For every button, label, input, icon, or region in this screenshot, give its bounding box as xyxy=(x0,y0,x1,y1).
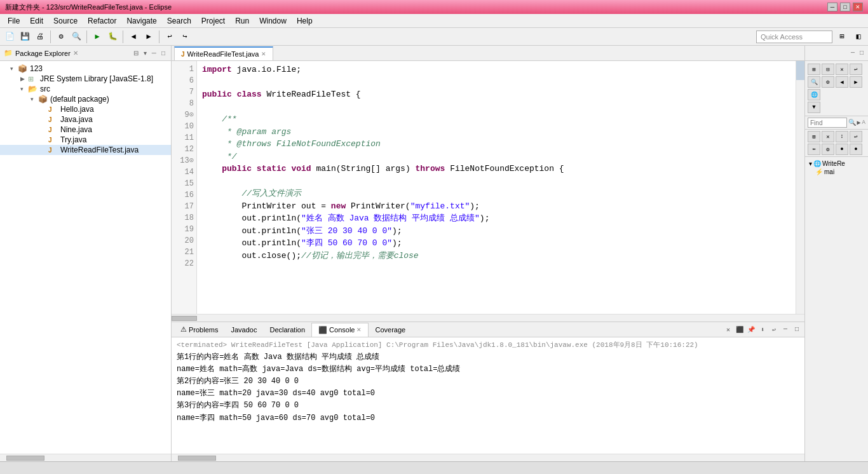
menu-navigate[interactable]: Navigate xyxy=(121,15,161,27)
right-btn-9[interactable]: 🌐 xyxy=(808,89,820,100)
right-btn-17[interactable]: ● xyxy=(836,144,848,155)
tab-problems[interactable]: ⚠ Problems xyxy=(174,323,224,337)
menu-source[interactable]: Source xyxy=(48,15,83,27)
right-btn-5[interactable]: 🔍 xyxy=(808,76,820,88)
close-button[interactable]: ✕ xyxy=(853,3,863,11)
tab-javadoc-label: Javadoc xyxy=(231,326,257,334)
run-button[interactable]: ▶ xyxy=(90,30,104,44)
right-panel-min-btn[interactable]: ─ xyxy=(849,49,857,57)
console-terminate-btn[interactable]: ⬛ xyxy=(735,325,745,335)
tree-item-jre[interactable]: ▶ ⊞ JRE System Library [JavaSE-1.8] xyxy=(0,74,171,84)
menu-help[interactable]: Help xyxy=(292,15,318,27)
right-btn-4[interactable]: ↩ xyxy=(850,64,862,75)
menu-refactor[interactable]: Refactor xyxy=(83,15,121,27)
right-panel-max-btn[interactable]: □ xyxy=(858,49,865,57)
right-btn-1[interactable]: ⊞ xyxy=(808,64,820,75)
right-btn-12[interactable]: ✕ xyxy=(822,131,834,142)
editor-hscroll-thumb[interactable] xyxy=(172,316,197,321)
console-hscroll[interactable] xyxy=(172,454,804,461)
console-scroll-btn[interactable]: ⬇ xyxy=(757,325,768,335)
vscroll-thumb[interactable] xyxy=(796,61,804,80)
console-pin-btn[interactable]: 📌 xyxy=(746,325,756,335)
right-btn-18[interactable]: ● xyxy=(850,144,862,155)
menu-edit[interactable]: Edit xyxy=(25,15,48,27)
right-btn-13[interactable]: ↕ xyxy=(836,131,848,142)
right-btn-7[interactable]: ◀ xyxy=(836,76,848,88)
toolbar-sep1 xyxy=(50,30,51,43)
save-button[interactable]: 💾 xyxy=(18,30,32,44)
line-num: 18 xyxy=(174,212,194,224)
tab-console-close-icon[interactable]: ✕ xyxy=(356,327,362,333)
perspective-button[interactable]: ⊞ xyxy=(835,30,849,44)
tree-item-default-pkg[interactable]: ▾ 📦 (default package) xyxy=(0,94,171,104)
editor-tab-writeread[interactable]: J WriteReadFileTest.java ✕ xyxy=(174,46,273,60)
tab-close-icon[interactable]: ✕ xyxy=(261,51,266,57)
tree-item-root[interactable]: ▾ 📦 123 xyxy=(0,64,171,74)
right-btn-10[interactable]: ▼ xyxy=(808,102,820,113)
code-editor[interactable]: import java.io.File; public class WriteR… xyxy=(197,61,796,314)
tree-item-java[interactable]: J Java.java xyxy=(0,114,171,125)
find-input[interactable] xyxy=(808,118,847,128)
console-clear-btn[interactable]: ✕ xyxy=(723,325,733,335)
tree-item-writeread[interactable]: J WriteReadFileTest.java xyxy=(0,145,171,155)
print-button[interactable]: 🖨 xyxy=(33,30,47,44)
console-min-btn[interactable]: ─ xyxy=(780,325,790,335)
right-btn-row-2: 🔍 ⚙ ◀ ▶ xyxy=(808,76,865,88)
forward-button[interactable]: ▶ xyxy=(142,30,156,44)
view-menu-btn[interactable]: ▾ xyxy=(142,49,149,57)
tree-item-nine[interactable]: J Nine.java xyxy=(0,125,171,135)
tree-item-hello[interactable]: J Hello.java xyxy=(0,104,171,114)
line-num: 10 xyxy=(174,121,194,132)
menu-run[interactable]: Run xyxy=(230,15,254,27)
tab-title: WriteReadFileTest.java xyxy=(187,50,259,58)
menu-file[interactable]: File xyxy=(3,15,25,27)
new-button[interactable]: 📄 xyxy=(3,30,17,44)
menu-window[interactable]: Window xyxy=(254,15,292,27)
tree-item-src[interactable]: ▾ 📂 src xyxy=(0,84,171,94)
hscroll-thumb[interactable] xyxy=(6,456,44,461)
right-btn-14[interactable]: ↩ xyxy=(850,131,862,142)
view-button[interactable]: ◧ xyxy=(851,30,865,44)
right-btn-11[interactable]: ⊞ xyxy=(808,131,820,142)
line-num: 16 xyxy=(174,189,194,201)
find-search-icon[interactable]: 🔍 xyxy=(848,119,856,126)
redo-button[interactable]: ↪ xyxy=(178,30,192,44)
undo-button[interactable]: ↩ xyxy=(163,30,177,44)
java-icon: J xyxy=(48,106,58,113)
menu-project[interactable]: Project xyxy=(196,15,230,27)
collapse-btn[interactable]: ⊟ xyxy=(132,49,140,57)
settings-button[interactable]: ⚙ xyxy=(54,30,68,44)
search-button[interactable]: 🔍 xyxy=(69,30,83,44)
maximize-button[interactable]: □ xyxy=(840,3,850,11)
console-max-btn[interactable]: □ xyxy=(792,325,802,335)
tree-item-try[interactable]: J Try.java xyxy=(0,135,171,145)
tab-declaration[interactable]: Declaration xyxy=(263,323,311,337)
right-btn-3[interactable]: ✕ xyxy=(836,64,848,75)
debug-button[interactable]: 🐛 xyxy=(105,30,119,44)
quick-access-box[interactable]: Quick Access xyxy=(756,30,832,43)
minimize-panel-btn[interactable]: ─ xyxy=(150,49,158,57)
tab-coverage[interactable]: Coverage xyxy=(369,323,412,337)
maximize-panel-btn[interactable]: □ xyxy=(159,49,167,57)
back-button[interactable]: ◀ xyxy=(126,30,140,44)
tab-javadoc[interactable]: Javadoc xyxy=(224,323,263,337)
right-tree-root[interactable]: ▾ 🌐 WriteRe xyxy=(808,159,865,168)
right-btn-6[interactable]: ⚙ xyxy=(822,76,834,88)
right-btn-15[interactable]: ⬅ xyxy=(808,144,820,155)
line-num-fold: 13⊙ xyxy=(174,155,194,166)
console-hscroll-thumb[interactable] xyxy=(178,456,216,461)
right-btn-2[interactable]: ⊟ xyxy=(822,64,834,75)
editor-hscroll[interactable] xyxy=(172,314,804,322)
pkg-tree-hscroll[interactable] xyxy=(0,454,171,461)
minimize-button[interactable]: ─ xyxy=(827,3,837,11)
console-controls: ✕ ⬛ 📌 ⬇ ↩ ─ □ xyxy=(723,325,802,335)
editor-vscroll[interactable] xyxy=(796,61,804,314)
right-btn-8[interactable]: ▶ xyxy=(850,76,862,88)
right-tree-icon: 🌐 xyxy=(813,160,821,167)
right-btn-16[interactable]: ⚙ xyxy=(822,144,834,155)
console-wordwrap-btn[interactable]: ↩ xyxy=(769,325,779,335)
menu-search[interactable]: Search xyxy=(162,15,196,27)
find-next-icon[interactable]: ▶ xyxy=(857,119,861,126)
tab-console[interactable]: ⬛ Console ✕ xyxy=(311,323,369,337)
right-tree-sub[interactable]: ⚡ mai xyxy=(808,168,865,176)
